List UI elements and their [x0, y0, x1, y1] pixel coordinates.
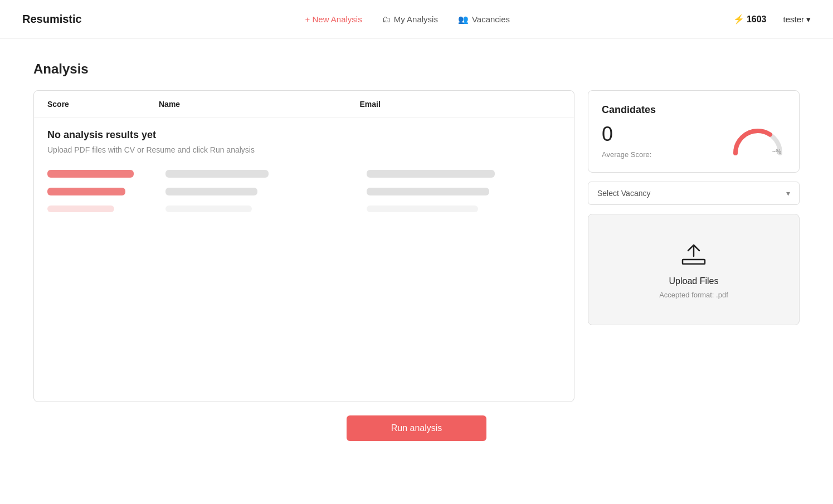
user-chevron-icon: ▾ — [806, 14, 811, 25]
upload-files-card[interactable]: Upload Files Accepted format: .pdf — [588, 214, 800, 325]
page-title: Analysis — [33, 61, 800, 77]
upload-label: Upload Files — [669, 276, 719, 286]
analysis-table-panel: Score Name Email No analysis results yet… — [33, 90, 574, 402]
skeleton-email-2 — [367, 188, 489, 195]
upload-format: Accepted format: .pdf — [659, 291, 728, 299]
col-email: Email — [360, 100, 561, 109]
skeleton-row-2 — [47, 188, 561, 195]
bolt-icon: ⚡ — [733, 14, 744, 25]
upload-svg — [680, 241, 707, 267]
gauge-widget: ~% — [730, 123, 786, 156]
credits-display: ⚡ 1603 — [733, 14, 767, 25]
run-analysis-button[interactable]: Run analysis — [347, 415, 487, 441]
skeleton-name-3 — [165, 205, 252, 212]
user-menu[interactable]: tester ▾ — [783, 14, 811, 25]
username: tester — [783, 14, 804, 24]
table-header: Score Name Email — [34, 91, 574, 118]
skeleton-score-1 — [47, 170, 134, 178]
gauge-label: ~% — [772, 148, 781, 155]
skeleton-score-3 — [47, 205, 114, 212]
credits-value: 1603 — [747, 14, 767, 25]
right-panel: Candidates 0 Average Score: — [588, 90, 800, 325]
svg-rect-0 — [683, 260, 705, 264]
skeleton-email-1 — [367, 170, 495, 178]
table-body: No analysis results yet Upload PDF files… — [34, 118, 574, 233]
skeleton-row-1 — [47, 170, 561, 178]
empty-state: No analysis results yet Upload PDF files… — [47, 129, 561, 154]
candidates-title: Candidates — [602, 104, 786, 116]
skeleton-score-2 — [47, 188, 125, 195]
candidates-left: 0 Average Score: — [602, 123, 651, 159]
select-vacancy-label: Select Vacancy — [597, 189, 650, 198]
nav-vacancies[interactable]: 👥 Vacancies — [458, 14, 510, 25]
run-btn-container: Run analysis — [33, 415, 800, 441]
candidates-content: 0 Average Score: ~% — [602, 123, 786, 159]
col-score: Score — [47, 100, 159, 109]
page-content: Analysis Score Name Email No analysis re… — [0, 39, 833, 463]
candidates-card: Candidates 0 Average Score: — [588, 90, 800, 173]
main-layout: Score Name Email No analysis results yet… — [33, 90, 800, 402]
col-name: Name — [159, 100, 360, 109]
empty-state-sub: Upload PDF files with CV or Resume and c… — [47, 145, 561, 154]
upload-icon — [680, 241, 707, 270]
briefcase-icon: 🗂 — [382, 14, 391, 24]
avg-score-label: Average Score: — [602, 150, 651, 159]
nav-new-analysis[interactable]: + New Analysis — [305, 14, 362, 24]
people-icon: 👥 — [458, 14, 469, 25]
nav-links: + New Analysis 🗂 My Analysis 👥 Vacancies — [305, 14, 510, 25]
candidates-count: 0 — [602, 123, 651, 146]
chevron-down-icon: ▾ — [786, 189, 790, 198]
skeleton-row-3 — [47, 205, 561, 212]
skeleton-name-2 — [165, 188, 257, 195]
skeleton-name-1 — [165, 170, 269, 178]
navbar: Resumistic + New Analysis 🗂 My Analysis … — [0, 0, 833, 39]
brand: Resumistic — [22, 13, 82, 26]
select-vacancy-dropdown[interactable]: Select Vacancy ▾ — [588, 182, 800, 205]
nav-my-analysis[interactable]: 🗂 My Analysis — [382, 14, 438, 24]
skeleton-email-3 — [367, 205, 478, 212]
empty-state-title: No analysis results yet — [47, 129, 561, 141]
